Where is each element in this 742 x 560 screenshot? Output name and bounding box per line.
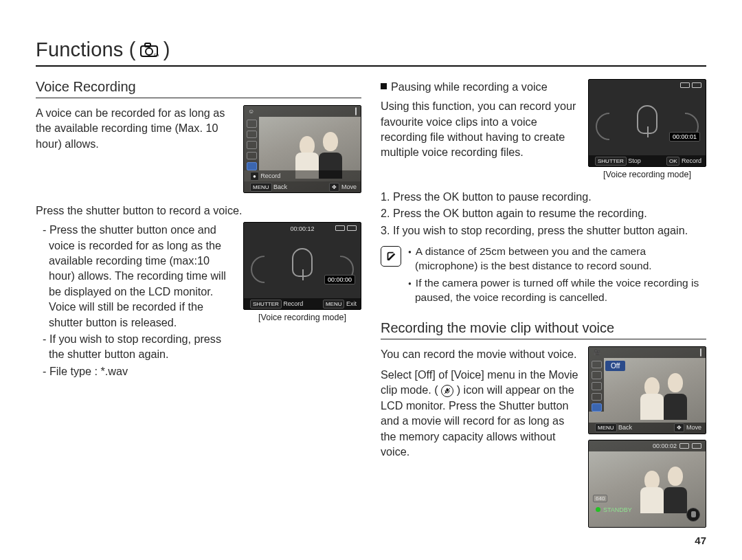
- thumb-botbar: MENU Back ✥ Move: [244, 181, 361, 192]
- two-column-layout: Voice Recording A voice can be recorded …: [36, 79, 706, 537]
- thumb-pause-wrap: 00:00:01 SHUTTER Stop OK Record [Voice r…: [588, 79, 706, 179]
- square-bullet-icon: [381, 83, 387, 89]
- list-item: - If you wish to stop recording, press t…: [43, 331, 234, 362]
- note-icon: [381, 246, 401, 267]
- section-movie-no-voice: Recording the movie clip without voice: [381, 320, 706, 339]
- intro-block: A voice can be recorded for as long as t…: [36, 105, 361, 193]
- voice-bullet-list: - Press the shutter button once and voic…: [36, 222, 234, 380]
- title-suffix: ): [164, 38, 170, 61]
- title-prefix: Functions (: [36, 38, 136, 61]
- manual-page: Functions ( Fn ) Voice Recording A voice…: [0, 0, 742, 560]
- left-column: Voice Recording A voice can be recorded …: [36, 79, 361, 537]
- intro-text: A voice can be recorded for as long as t…: [36, 105, 234, 193]
- top-right-icons: [335, 225, 357, 231]
- top-right-icons: [680, 82, 701, 88]
- elapsed-timer: 00:00:12: [290, 225, 314, 232]
- off-chip: Off: [605, 361, 625, 371]
- svg-rect-1: [145, 43, 150, 47]
- list-item: A distance of 25cm between you and the c…: [408, 245, 706, 273]
- thumb-caption: [Voice recording mode]: [243, 313, 361, 322]
- movie-icon: 🎥: [593, 349, 600, 356]
- list-item: - File type : *.wav: [43, 363, 234, 379]
- section-voice-recording: Voice Recording: [36, 79, 361, 98]
- list-item: - Press the shutter button once and voic…: [43, 222, 234, 330]
- movie-intro: You can record the movie without voice.: [381, 346, 578, 361]
- screenshot-standby: 00:00:02 640 STANDBY: [588, 440, 706, 528]
- svg-text:Fn: Fn: [154, 53, 159, 57]
- movie-body: Select [Off] of [Voice] menu in the Movi…: [381, 367, 578, 459]
- screenshot-pause-mode: 00:00:01 SHUTTER Stop OK Record: [588, 79, 706, 167]
- thumb-voice-mode-wrap: 00:00:12 00:00:00 SHUTTER Record MENU Ex…: [243, 222, 361, 380]
- left-icon-strip: [244, 117, 259, 170]
- camera-icon: Fn: [140, 43, 159, 58]
- thumb-record-menu-wrap: ☺ ● Record MENU Back ✥ Move: [243, 105, 361, 193]
- step-item: 2. Press the OK button again to resume t…: [381, 205, 706, 221]
- list-item: If the camera power is turned off while …: [408, 276, 706, 305]
- left-icon-strip: [589, 358, 604, 412]
- face-icon: ☺: [248, 108, 254, 115]
- note-list: A distance of 25cm between you and the c…: [408, 245, 706, 308]
- note-block: A distance of 25cm between you and the c…: [381, 245, 706, 308]
- movie-thumbs: Off 🎥 MENU Back ✥ Move 00:00:02 640 STAN…: [588, 346, 706, 528]
- step-item: 1. Press the OK button to pause recordin…: [381, 189, 706, 204]
- bullets-block: - Press the shutter button once and voic…: [36, 222, 361, 380]
- press-shutter-text: Press the shutter button to record a voi…: [36, 203, 361, 218]
- movie-text-side: You can record the movie without voice. …: [381, 346, 578, 528]
- resolution-chip: 640: [593, 495, 607, 502]
- pause-block: Pausing while recording a voice Using th…: [381, 79, 706, 179]
- thumb-row2: ● Record: [244, 170, 361, 181]
- svg-point-2: [146, 48, 153, 55]
- pause-body: Using this function, you can record your…: [381, 98, 578, 159]
- pause-text-side: Pausing while recording a voice Using th…: [381, 79, 578, 179]
- pause-heading: Pausing while recording a voice: [391, 79, 548, 94]
- timer-chip: 00:00:01: [669, 132, 700, 142]
- mute-indicator-icon: [686, 508, 700, 522]
- top-right-icons: [355, 108, 357, 115]
- step-item: 3. If you wish to stop recording, press …: [381, 223, 706, 238]
- thumb-botbar: SHUTTER Stop OK Record: [589, 155, 706, 166]
- screenshot-voice-mode: 00:00:12 00:00:00 SHUTTER Record MENU Ex…: [243, 222, 361, 310]
- thumb-topbar: ☺: [244, 106, 361, 117]
- movie-intro-block: You can record the movie without voice. …: [381, 346, 706, 528]
- mute-mic-icon: [441, 385, 453, 397]
- screenshot-voice-off-menu: Off 🎥 MENU Back ✥ Move: [588, 346, 706, 434]
- page-number: 47: [695, 535, 706, 546]
- page-title: Functions ( Fn ): [36, 38, 706, 67]
- screenshot-record-menu: ☺ ● Record MENU Back ✥ Move: [243, 105, 361, 193]
- right-column: Pausing while recording a voice Using th…: [381, 79, 706, 537]
- pause-steps: 1. Press the OK button to pause recordin…: [381, 189, 706, 238]
- timer-chip: 00:00:00: [324, 275, 355, 284]
- thumb-caption: [Voice recording mode]: [588, 170, 706, 179]
- thumb-botbar: SHUTTER Record MENU Exit: [244, 298, 361, 309]
- standby-indicator: STANDBY: [596, 506, 632, 513]
- pause-heading-row: Pausing while recording a voice: [381, 79, 578, 94]
